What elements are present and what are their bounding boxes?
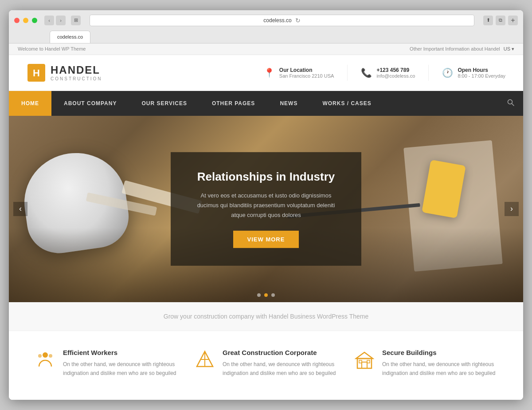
hero-slider: ‹ › Relationships in Industry At vero eo… xyxy=(9,116,523,302)
add-tab-button[interactable]: + xyxy=(508,16,518,25)
dot-3[interactable] xyxy=(271,293,275,297)
email-value: info@codeless.co xyxy=(376,73,415,79)
svg-marker-11 xyxy=(356,352,373,359)
building-icon xyxy=(355,350,374,378)
nav-item-about[interactable]: ABOUT COMPANY xyxy=(51,91,129,116)
logo[interactable]: H HANDEL CONSTRUCTION xyxy=(27,63,102,83)
site-header: H HANDEL CONSTRUCTION 📍 Our Location San… xyxy=(9,55,523,91)
new-tab-button[interactable]: ⧉ xyxy=(496,16,505,25)
address-bar[interactable]: codeless.co ↻ xyxy=(90,15,474,26)
feature-title-1: Great Construction Corporate xyxy=(223,349,337,356)
header-info: 📍 Our Location San Francisco 2210 USA 📞 … xyxy=(264,65,505,81)
feature-desc-2: On the other hand, we denounce with righ… xyxy=(382,360,497,378)
slider-next-button[interactable]: › xyxy=(505,202,519,216)
feature-construction: Great Construction Corporate On the othe… xyxy=(195,349,337,378)
location-info: 📍 Our Location San Francisco 2210 USA xyxy=(264,67,334,79)
svg-point-5 xyxy=(49,354,52,358)
main-nav: HOME ABOUT COMPANY OUR SERVICES OTHER PA… xyxy=(9,91,523,116)
phone-info: 📞 +123 456 789 info@codeless.co xyxy=(361,67,415,79)
slider-prev-button[interactable]: ‹ xyxy=(13,202,27,216)
feature-buildings: Secure Buildings On the other hand, we d… xyxy=(355,349,497,378)
browser-window: ‹ › ⊞ codeless.co ↻ ⬆ ⧉ + codeless.co We… xyxy=(9,10,523,400)
hero-title: Relationships in Industry xyxy=(193,170,339,183)
browser-chrome: ‹ › ⊞ codeless.co ↻ ⬆ ⧉ + codeless.co xyxy=(9,10,523,43)
svg-line-3 xyxy=(512,103,514,106)
slider-dots xyxy=(257,293,275,297)
url-text: codeless.co xyxy=(263,17,291,24)
logo-icon: H xyxy=(27,63,46,83)
svg-point-4 xyxy=(43,352,48,358)
share-button[interactable]: ⬆ xyxy=(483,16,493,25)
construction-icon xyxy=(195,350,215,378)
back-button[interactable]: ‹ xyxy=(44,16,54,25)
hours-value: 8:00 - 17:00 Everyday xyxy=(458,73,505,79)
dot-2[interactable] xyxy=(264,293,268,297)
logo-name: HANDEL xyxy=(51,64,102,76)
phone-icon: 📞 xyxy=(361,67,372,78)
feature-title-2: Secure Buildings xyxy=(382,349,497,356)
view-more-button[interactable]: VIEW MORE xyxy=(233,231,299,248)
chevron-down-icon: ▾ xyxy=(512,46,514,52)
refresh-icon[interactable]: ↻ xyxy=(295,17,301,24)
feature-efficient-workers: Efficient Workers On the other hand, we … xyxy=(35,349,177,378)
svg-text:H: H xyxy=(33,67,40,79)
close-button[interactable] xyxy=(14,18,20,23)
svg-point-6 xyxy=(38,354,42,358)
hours-label: Open Hours xyxy=(458,67,505,73)
reader-button[interactable]: ⊞ xyxy=(71,16,81,25)
maximize-button[interactable] xyxy=(32,18,37,23)
nav-item-home[interactable]: HOME xyxy=(9,91,51,116)
search-icon[interactable] xyxy=(498,91,523,116)
feature-title-0: Efficient Workers xyxy=(63,349,177,356)
location-value: San Francisco 2210 USA xyxy=(279,73,334,79)
forward-button[interactable]: › xyxy=(56,16,66,25)
feature-desc-0: On the other hand, we denounce with righ… xyxy=(63,360,177,378)
hero-description: At vero eos et accusamus et iusto odio d… xyxy=(193,190,339,220)
minimize-button[interactable] xyxy=(23,18,28,23)
features-section: Efficient Workers On the other hand, we … xyxy=(9,331,523,400)
workers-icon xyxy=(35,350,55,378)
feature-desc-1: On the other hand, we denounce with righ… xyxy=(223,360,337,378)
active-tab[interactable]: codeless.co xyxy=(50,31,90,43)
svg-rect-12 xyxy=(362,362,367,368)
logo-sub: CONSTRUCTION xyxy=(51,76,102,81)
nav-item-news[interactable]: NEWS xyxy=(267,91,310,116)
dot-1[interactable] xyxy=(257,293,261,297)
top-info-bar: Welcome to Handel WP Theme Other Importa… xyxy=(9,43,523,55)
language-selector[interactable]: US ▾ xyxy=(504,46,514,52)
tagline-bar: Grow your construction company with Hand… xyxy=(9,302,523,331)
tagline-text: Grow your construction company with Hand… xyxy=(164,313,368,320)
welcome-text: Welcome to Handel WP Theme xyxy=(18,46,86,51)
location-icon: 📍 xyxy=(264,67,275,78)
hero-content: Relationships in Industry At vero eos et… xyxy=(171,152,361,265)
hours-info: 🕐 Open Hours 8:00 - 17:00 Everyday xyxy=(442,67,505,79)
location-label: Our Location xyxy=(279,67,334,73)
nav-item-services[interactable]: OUR SERVICES xyxy=(129,91,199,116)
nav-item-works[interactable]: WORKS / CASES xyxy=(310,91,383,116)
nav-item-pages[interactable]: OTHER PAGES xyxy=(200,91,267,116)
phone-number: +123 456 789 xyxy=(376,67,415,73)
clock-icon: 🕐 xyxy=(442,67,453,78)
info-text: Other Important Information about Handel xyxy=(410,46,500,51)
